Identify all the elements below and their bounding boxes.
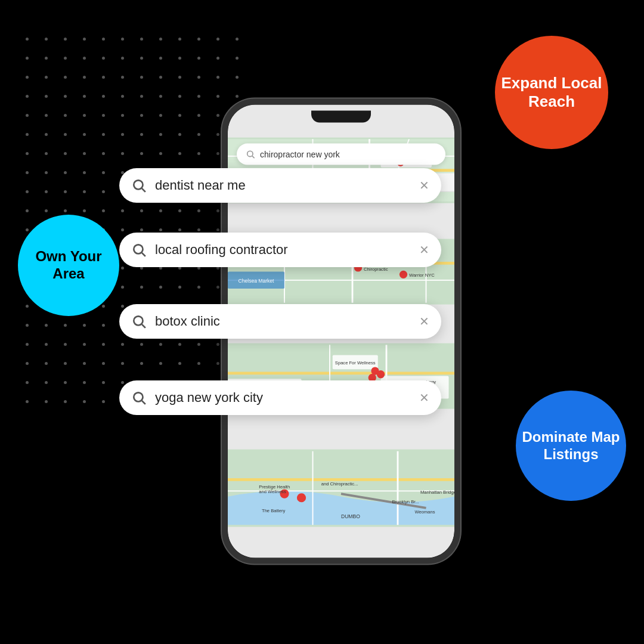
dot (64, 95, 67, 98)
dot (102, 305, 105, 308)
dot (64, 133, 67, 136)
dot (121, 267, 124, 270)
svg-line-62 (142, 253, 145, 256)
dot (102, 171, 105, 174)
search-bar-dentist[interactable]: dentist near me ✕ (119, 168, 441, 203)
dominate-listings-badge: Dominate Map Listings (516, 391, 626, 501)
dot (178, 114, 181, 117)
dot (140, 228, 143, 231)
dot (216, 57, 219, 60)
dot (64, 152, 67, 155)
dot (121, 228, 124, 231)
search-text-dentist: dentist near me (155, 178, 411, 193)
dot (178, 343, 181, 346)
svg-line-64 (142, 324, 145, 328)
dot (140, 38, 143, 41)
svg-line-1 (252, 156, 255, 159)
dot (178, 209, 181, 212)
dot (45, 400, 48, 403)
dot (26, 305, 29, 308)
dot (121, 362, 124, 365)
close-icon-1[interactable]: ✕ (419, 178, 429, 193)
dot (102, 76, 105, 79)
dot (159, 362, 162, 365)
dot (216, 95, 219, 98)
dot (197, 76, 200, 79)
dot (121, 305, 124, 308)
dot (236, 38, 239, 41)
dot (197, 228, 200, 231)
dot (197, 38, 200, 41)
search-text-roofing: local roofing contractor (155, 242, 411, 258)
dot (121, 381, 124, 384)
svg-point-63 (134, 316, 143, 325)
svg-text:The Battery: The Battery (262, 508, 285, 513)
phone-notch (311, 111, 371, 123)
search-text-yoga: yoga new york city (155, 390, 411, 405)
svg-point-55 (297, 493, 306, 502)
dot (26, 38, 29, 41)
dot (121, 286, 124, 289)
dot (102, 95, 105, 98)
close-icon-2[interactable]: ✕ (419, 243, 429, 257)
dot (83, 76, 86, 79)
dot (64, 324, 67, 327)
search-bar-roofing[interactable]: local roofing contractor ✕ (119, 233, 441, 267)
dot (159, 152, 162, 155)
dot (140, 57, 143, 60)
dot (64, 343, 67, 346)
own-badge-text: Own Your Area (18, 248, 119, 283)
dot (121, 114, 124, 117)
dot (159, 38, 162, 41)
dot (178, 133, 181, 136)
dot (64, 400, 67, 403)
svg-line-60 (142, 188, 145, 192)
svg-text:and Chiropractic...: and Chiropractic... (321, 481, 358, 487)
dot (159, 343, 162, 346)
dot (236, 76, 239, 79)
dot (216, 133, 219, 136)
phone-search-bar[interactable]: chiropractor new york (237, 144, 445, 165)
dot (102, 152, 105, 155)
dot (197, 152, 200, 155)
dot (140, 76, 143, 79)
dot (64, 209, 67, 212)
dot (121, 152, 124, 155)
dot (121, 133, 124, 136)
dot (197, 343, 200, 346)
search-icon-1 (131, 178, 147, 193)
dominate-badge-text: Dominate Map Listings (516, 429, 626, 463)
dot (26, 362, 29, 365)
dot (102, 38, 105, 41)
close-icon-3[interactable]: ✕ (419, 314, 429, 329)
dot (45, 171, 48, 174)
dot (45, 381, 48, 384)
dot (216, 152, 219, 155)
dot (178, 76, 181, 79)
dot (159, 95, 162, 98)
dot (26, 152, 29, 155)
dot (26, 114, 29, 117)
dot (83, 209, 86, 212)
dot (45, 95, 48, 98)
svg-point-42 (371, 367, 379, 374)
dot (216, 209, 219, 212)
svg-point-65 (134, 392, 143, 401)
search-bar-yoga[interactable]: yoga new york city ✕ (119, 380, 441, 415)
dot (197, 95, 200, 98)
search-bar-botox[interactable]: botox clinic ✕ (119, 304, 441, 339)
dot (159, 76, 162, 79)
close-icon-4[interactable]: ✕ (419, 391, 429, 405)
dot (83, 133, 86, 136)
svg-text:Weomans: Weomans (415, 509, 435, 515)
dot (26, 95, 29, 98)
svg-text:and Wellness: and Wellness (259, 489, 286, 494)
dot (64, 362, 67, 365)
dot (197, 209, 200, 212)
svg-line-66 (142, 401, 145, 404)
dot (102, 190, 105, 193)
dot (178, 57, 181, 60)
dot (216, 362, 219, 365)
dot (45, 209, 48, 212)
phone-search-icon (246, 150, 255, 159)
